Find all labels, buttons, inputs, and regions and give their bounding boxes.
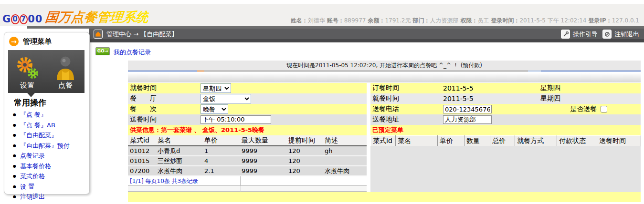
booked-table-empty-body [370,146,641,192]
form-row-address: 送餐地址 [370,114,641,125]
nav-actions: 操作引导 注销退出 [561,30,639,39]
table-row: 07200水煮牛肉2.19999120水煮牛肉 [128,166,367,176]
order-time-label: 订餐时间 [372,84,443,92]
form-row-phone: 送餐电话 是否送餐 [370,104,641,114]
booked-title-text: 已预定菜单 [372,126,403,134]
booked-table-header: 菜式id菜名单价数量总价就餐方式付款状态送餐时间 [371,136,641,146]
dine-time-label: 就餐时间 [130,84,201,92]
guide-button[interactable]: 操作引导 [561,30,598,39]
header-band: G0700 国万点餐管理系统 姓名：刘德华账号：889977余额：1791.2元… [0,4,644,26]
deliver-checkbox[interactable] [601,106,607,112]
order-label: 点餐 [58,81,73,90]
sidebar-menu-link[interactable]: 点餐记录 [11,151,70,161]
table-row: 01015三丝炒面49999120 [128,156,367,166]
booked-table: 菜式id菜名单价数量总价就餐方式付款状态送餐时间 [370,135,641,146]
form-row-order-time: 订餐时间 2011-5-5 星期四 [370,83,641,93]
logout-icon [602,30,612,39]
guide-label: 操作引导 [573,30,598,39]
pagination-text[interactable]: [1/1] 每页10条 共3条记录 [128,176,241,185]
logout-label: 注销退出 [614,30,639,39]
sidebar-section-title: 常用操作 [14,97,46,108]
phone-label: 送餐电话 [372,105,443,113]
order-big-button[interactable]: 点餐 [46,50,84,93]
supply-info-text: 供菜信息：第一套菜谱 、 盒饭、2011-5-5晚餐 [130,126,264,134]
logo-circled-char: 0 [11,14,19,24]
delivery-time-label: 送餐时间 [130,115,201,124]
phone-input[interactable] [443,105,492,113]
section-gradient [128,73,641,82]
column-header: 单价 [202,135,240,146]
dining-time-weekday: 星期四 [540,94,560,103]
sidebar-menu-link[interactable]: 设 置 [11,182,70,192]
user-info-bar: 姓名：刘德华账号：889977余额：1791.2元部门：人力资源部权限：员工登录… [291,17,641,25]
sidebar-menu-link[interactable]: 『自由配菜』预付 [11,141,70,151]
wrench-icon [561,30,570,39]
person-icon [53,55,77,80]
sidebar-header: → 管理菜单 [4,32,89,49]
logout-button[interactable]: 注销退出 [602,30,639,39]
form-row-meal: 餐 次 晚餐 [128,104,367,114]
restaurant-label: 餐 厅 [130,94,201,103]
settings-big-button[interactable]: 设置 [8,50,46,93]
address-input[interactable] [443,115,492,124]
my-records-link[interactable]: 我的点餐记录 [114,48,151,57]
column-header: 最大数量 [240,135,286,146]
sidebar-menu-link[interactable]: 菜式价格 [11,171,70,182]
arrow-circle-icon: → [9,37,19,46]
dishes-table-body: 01012小青瓜d19999120gh01015三丝炒面499991200720… [128,146,367,176]
sidebar-title: 管理菜单 [23,37,52,46]
home-icon[interactable] [94,30,103,39]
breadcrumb-bar: 管理中心 → 【自由配菜】 操作引导 注销退出 [89,29,644,42]
pagination-row: [1/1] 每页10条 共3条记录 [128,176,367,186]
sidebar-menu-link[interactable]: 『自由配菜』 [11,130,70,141]
settings-label: 设置 [20,81,34,90]
form-row-delivery-time: 送餐时间 [128,114,367,125]
booked-title-row: 已预定菜单 [370,125,641,135]
table-row: 01012小青瓜d19999120gh [128,146,367,156]
app-window: G0700 国万点餐管理系统 姓名：刘德华账号：889977余额：1791.2元… [0,0,644,204]
deliver-question-label: 是否送餐 [570,105,597,113]
sidebar-menu: 『点 餐』『点 餐』AB『自由配菜』『自由配菜』预付点餐记录基本餐价格菜式价格设… [11,110,70,202]
column-header: 送餐时间 [597,136,641,146]
form-row-restaurant: 餐 厅 盒饭 [128,93,367,104]
go-button[interactable]: GO→ [95,47,110,55]
meal-select[interactable]: 晚餐 [201,104,228,114]
notice-bar: 现在时间是2011-05-05 12:02:20, 开始进行本周的点餐吧 ^_^… [128,61,641,71]
form-row-dine-time: 就餐时间 星期四 [128,83,367,93]
dishes-table-header: 菜式id菜名单价最大数量提前时间简述 [128,135,367,146]
dining-time-label: 就餐时间 [372,94,443,103]
meal-label: 餐 次 [130,105,201,113]
bottom-status-bar [128,192,641,202]
column-header: 菜式id [371,136,396,146]
logo-text: G [2,13,11,25]
phone-field-wrap [443,105,540,113]
address-label: 送餐地址 [372,115,443,124]
order-time-weekday: 星期四 [540,84,560,92]
restaurant-select[interactable]: 盒饭 [201,94,251,103]
column-header: 提前时间 [286,135,323,146]
sidebar-menu-link[interactable]: 基本餐价格 [11,161,70,172]
order-form: 就餐时间 星期四 餐 厅 盒饭 餐 次 晚餐 送餐时间 供菜信息：第一套菜谱 、… [128,83,367,135]
dining-time-value: 2011-5-5 [443,95,540,102]
table-footer-strip [128,186,367,192]
supply-info-row: 供菜信息：第一套菜谱 、 盒饭、2011-5-5晚餐 [128,125,367,135]
dine-time-select[interactable]: 星期四 [201,83,231,93]
column-header: 付款状态 [557,136,597,146]
column-header: 菜式id [128,135,156,146]
column-header: 菜名 [156,135,202,146]
delivery-time-input[interactable] [201,115,271,124]
column-header: 菜名 [396,136,438,146]
company-logo: G0700 [2,13,42,25]
column-header: 数量 [465,136,490,146]
sidebar-menu-link[interactable]: 『点 餐』 [11,110,70,120]
column-header: 简述 [323,135,367,146]
column-header: 就餐方式 [515,136,557,146]
sidebar-menu-link[interactable]: 『点 餐』AB [11,120,70,131]
column-header: 单价 [438,136,465,146]
breadcrumb: 管理中心 → 【自由配菜】 [94,30,178,39]
logo-circled-char: 7 [20,14,28,24]
sidebar-menu-link[interactable]: 注销退出 [11,192,70,202]
logo-text: 00 [28,13,42,25]
app-logo-title: 国万点餐管理系统 [44,9,149,26]
breadcrumb-path: 管理中心 → 【自由配菜】 [106,30,178,39]
